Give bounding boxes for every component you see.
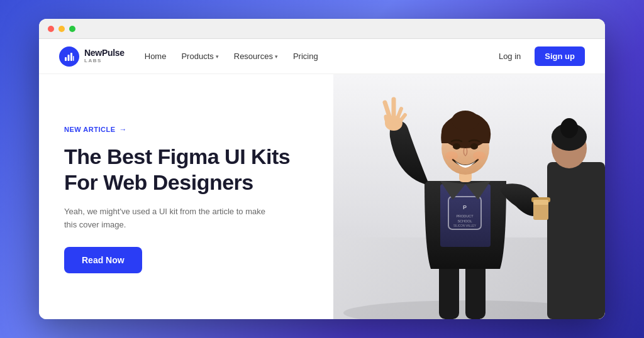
nav-products[interactable]: Products ▾ bbox=[181, 52, 218, 61]
svg-rect-3 bbox=[73, 56, 74, 61]
svg-point-32 bbox=[470, 143, 478, 150]
browser-window: NewPulse LABS Home Products ▾ Resources … bbox=[39, 19, 605, 319]
logo-name: NewPulse bbox=[84, 48, 125, 58]
nav-links: Home Products ▾ Resources ▾ Pricing bbox=[145, 52, 492, 61]
svg-rect-12 bbox=[465, 263, 486, 319]
logo-area: NewPulse LABS bbox=[59, 46, 125, 67]
svg-text:SILICON VALLEY: SILICON VALLEY bbox=[453, 224, 476, 227]
hero-section: NEW ARTICLE → The Best Figma UI Kits For… bbox=[39, 74, 605, 319]
navbar: NewPulse LABS Home Products ▾ Resources … bbox=[39, 39, 605, 74]
badge-arrow: → bbox=[119, 125, 127, 134]
nav-actions: Log in Sign up bbox=[492, 46, 585, 66]
signup-button[interactable]: Sign up bbox=[535, 46, 585, 66]
page-content: NewPulse LABS Home Products ▾ Resources … bbox=[39, 39, 605, 319]
svg-rect-0 bbox=[65, 57, 67, 61]
svg-point-31 bbox=[453, 143, 460, 150]
svg-point-30 bbox=[452, 111, 479, 131]
hero-subtitle: Yeah, we might've used a UI kit from the… bbox=[64, 205, 278, 232]
hero-left: NEW ARTICLE → The Best Figma UI Kits For… bbox=[39, 74, 333, 319]
svg-point-33 bbox=[445, 151, 458, 160]
products-chevron: ▾ bbox=[216, 53, 219, 60]
read-now-button[interactable]: Read Now bbox=[64, 247, 142, 273]
svg-rect-2 bbox=[70, 53, 72, 61]
svg-rect-7 bbox=[547, 162, 605, 319]
maximize-dot[interactable] bbox=[69, 26, 75, 32]
hero-title: The Best Figma UI Kits For Web Designers bbox=[64, 144, 308, 195]
svg-rect-11 bbox=[439, 263, 459, 319]
svg-rect-26 bbox=[533, 200, 548, 205]
logo-sub: LABS bbox=[84, 58, 125, 64]
logo-svg bbox=[64, 51, 75, 62]
svg-text:P: P bbox=[463, 204, 467, 210]
svg-text:SCHOOL: SCHOOL bbox=[457, 219, 472, 223]
logo-icon bbox=[59, 46, 79, 67]
svg-point-10 bbox=[560, 118, 578, 138]
browser-chrome bbox=[39, 19, 605, 39]
close-dot[interactable] bbox=[48, 26, 54, 32]
minimize-dot[interactable] bbox=[58, 26, 65, 32]
hero-photo: P PRODUCT SCHOOL SILICON VALLEY bbox=[333, 74, 605, 319]
svg-rect-1 bbox=[68, 55, 70, 61]
nav-resources[interactable]: Resources ▾ bbox=[234, 52, 278, 61]
logo-text: NewPulse LABS bbox=[84, 48, 125, 63]
nav-pricing[interactable]: Pricing bbox=[293, 52, 318, 61]
login-button[interactable]: Log in bbox=[492, 48, 527, 65]
svg-text:PRODUCT: PRODUCT bbox=[456, 214, 474, 218]
nav-home[interactable]: Home bbox=[145, 52, 167, 61]
hero-scene-svg: P PRODUCT SCHOOL SILICON VALLEY bbox=[333, 74, 605, 319]
svg-point-34 bbox=[473, 151, 486, 160]
resources-chevron: ▾ bbox=[275, 53, 278, 60]
new-article-badge: NEW ARTICLE → bbox=[64, 125, 308, 134]
hero-image: P PRODUCT SCHOOL SILICON VALLEY bbox=[333, 74, 605, 319]
